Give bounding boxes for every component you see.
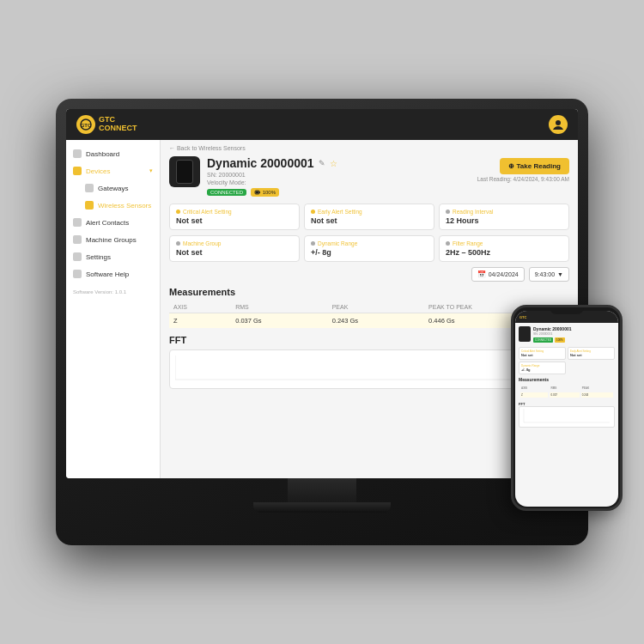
svg-rect-4 (259, 191, 260, 193)
device-badges: CONNECTED 100% (207, 188, 471, 197)
gateways-icon (85, 184, 94, 192)
edit-icon[interactable]: ✎ (319, 159, 325, 167)
sidebar: Dashboard Devices ▾ Gateways Wireless Se… (66, 140, 161, 478)
date-value: 04/24/2024 (489, 271, 519, 277)
calendar-icon: 📅 (477, 270, 486, 278)
logo-text: GTC CONNECT (99, 116, 137, 133)
phone-battery-badge: 100% (555, 337, 565, 343)
device-icon (169, 156, 200, 187)
sidebar-item-gateways[interactable]: Gateways (66, 179, 160, 197)
device-name: Dynamic 20000001 (207, 156, 314, 170)
sidebar-item-label: Software Help (86, 270, 129, 278)
device-image (176, 160, 193, 184)
dashboard-icon (73, 149, 82, 158)
time-picker[interactable]: 9:43:00 ▼ (529, 267, 569, 282)
wireless-icon (85, 201, 94, 210)
svg-rect-5 (256, 191, 259, 194)
sidebar-item-settings[interactable]: Settings (66, 248, 160, 265)
info-card-reading-interval[interactable]: Reading Interval 12 Hours (439, 204, 569, 230)
time-value: 9:43:00 (535, 271, 555, 277)
group-icon (73, 235, 82, 244)
info-card-critical-alert[interactable]: Critical Alert Setting Not set (169, 204, 300, 230)
sidebar-item-alert-contacts[interactable]: Alert Contacts (66, 214, 160, 231)
sidebar-item-wireless-sensors[interactable]: Wireless Sensors (66, 197, 160, 214)
info-cards-row1: Critical Alert Setting Not set Early Ale… (169, 204, 569, 230)
info-card-early-alert[interactable]: Early Alert Setting Not set (304, 204, 434, 230)
gear-icon (73, 252, 82, 261)
card-value: +/- 8g (311, 248, 428, 257)
phone-measurements-title: Measurements (519, 377, 615, 382)
phone-card-1: Early Alert Setting Not set (568, 347, 615, 360)
device-header: Dynamic 20000001 ✎ ☆ SN: 20000001 Veloci… (169, 156, 569, 197)
sidebar-item-label: Dashboard (86, 150, 119, 158)
card-value: 2Hz – 500Hz (446, 248, 562, 257)
monitor-screen: GTC GTC CONNECT (66, 109, 578, 478)
back-link[interactable]: ← Back to Wireless Sensors (169, 145, 569, 151)
measurements-section: Measurements AXIS RMS PEAK PEAK TO PEAK (169, 287, 569, 328)
phone-mockup: GTC Dynamic 20000001 SN: 20000001 CONNEC… (511, 305, 623, 511)
logo-icon: GTC (76, 115, 95, 134)
sidebar-version: Software Version: 1.0.1 (66, 286, 160, 298)
cell-peak: 0.243 Gs (328, 313, 424, 329)
help-icon (73, 270, 82, 278)
col-rms: RMS (231, 301, 327, 313)
take-reading-button[interactable]: ⊕ Take Reading (500, 158, 569, 174)
table-row: Z 0.037 Gs 0.243 Gs 0.446 Gs (169, 313, 569, 329)
sidebar-item-label: Settings (86, 253, 111, 261)
bell-icon (73, 218, 82, 227)
date-picker[interactable]: 📅 04/24/2024 (471, 267, 525, 282)
phone-badges: CONNECTED 100% (533, 337, 571, 343)
monitor-stand-base (253, 502, 391, 513)
measurements-title: Measurements (169, 287, 569, 297)
fft-chart-area (169, 349, 569, 389)
last-reading: Last Reading: 4/24/2024, 9:43:00 AM (477, 176, 569, 182)
star-icon[interactable]: ☆ (330, 159, 337, 168)
sidebar-item-machine-groups[interactable]: Machine Groups (66, 231, 160, 248)
battery-badge: 100% (251, 188, 279, 197)
phone-info-cards: Critical Alert Setting Not set Early Ale… (519, 347, 615, 374)
phone-fft-area (519, 406, 615, 428)
sidebar-item-label: Wireless Sensors (98, 202, 151, 210)
card-label: Machine Group (176, 240, 293, 246)
sidebar-item-label: Machine Groups (86, 236, 137, 244)
card-value: Not set (311, 216, 428, 225)
datetime-row: 📅 04/24/2024 9:43:00 ▼ (169, 267, 569, 282)
info-card-machine-group[interactable]: Machine Group Not set (169, 235, 300, 262)
fft-title: FFT (169, 335, 569, 345)
sidebar-item-devices[interactable]: Devices ▾ (66, 162, 160, 179)
app-body: Dashboard Devices ▾ Gateways Wireless Se… (66, 140, 578, 478)
fft-section: FFT (169, 335, 569, 389)
dropdown-arrow: ▼ (557, 271, 563, 277)
phone-logo: GTC (519, 315, 526, 319)
col-axis: AXIS (169, 301, 231, 313)
info-card-filter-range[interactable]: Filter Range 2Hz – 500Hz (439, 235, 569, 262)
user-avatar-icon[interactable] (549, 115, 568, 134)
card-value: Not set (176, 248, 293, 257)
phone-card-0: Critical Alert Setting Not set (519, 347, 566, 360)
phone-content: Dynamic 20000001 SN: 20000001 CONNECTED … (515, 323, 618, 431)
device-sn: SN: 20000001 (207, 172, 471, 178)
phone-card-2: Dynamic Range +/- 8g (519, 361, 566, 374)
sidebar-item-label: Devices (86, 167, 110, 175)
card-label: Critical Alert Setting (176, 209, 293, 215)
card-label: Reading Interval (446, 209, 562, 215)
phone-device-name: Dynamic 20000001 (533, 326, 571, 331)
info-cards-row2: Machine Group Not set Dynamic Range +/- … (169, 235, 569, 262)
card-label: Filter Range (446, 240, 562, 246)
app-header: GTC GTC CONNECT (66, 109, 578, 140)
phone-screen: GTC Dynamic 20000001 SN: 20000001 CONNEC… (515, 311, 618, 507)
sidebar-item-software-help[interactable]: Software Help (66, 265, 160, 283)
sidebar-item-dashboard[interactable]: Dashboard (66, 145, 160, 162)
sidebar-item-label: Gateways (98, 185, 129, 192)
svg-text:GTC: GTC (81, 123, 92, 128)
measurements-table: AXIS RMS PEAK PEAK TO PEAK Z 0.037 Gs (169, 301, 569, 328)
col-peak: PEAK (328, 301, 424, 313)
card-label: Early Alert Setting (311, 209, 428, 215)
phone-measurements-table: AXIS RMS PEAK Z 0.037 0.243 (519, 384, 615, 399)
phone-notch (550, 307, 584, 314)
logo-area: GTC GTC CONNECT (76, 115, 137, 134)
device-info: Dynamic 20000001 ✎ ☆ SN: 20000001 Veloci… (207, 156, 471, 197)
card-label: Dynamic Range (311, 240, 428, 246)
info-card-dynamic-range[interactable]: Dynamic Range +/- 8g (304, 235, 434, 262)
connected-badge: CONNECTED (207, 189, 246, 196)
